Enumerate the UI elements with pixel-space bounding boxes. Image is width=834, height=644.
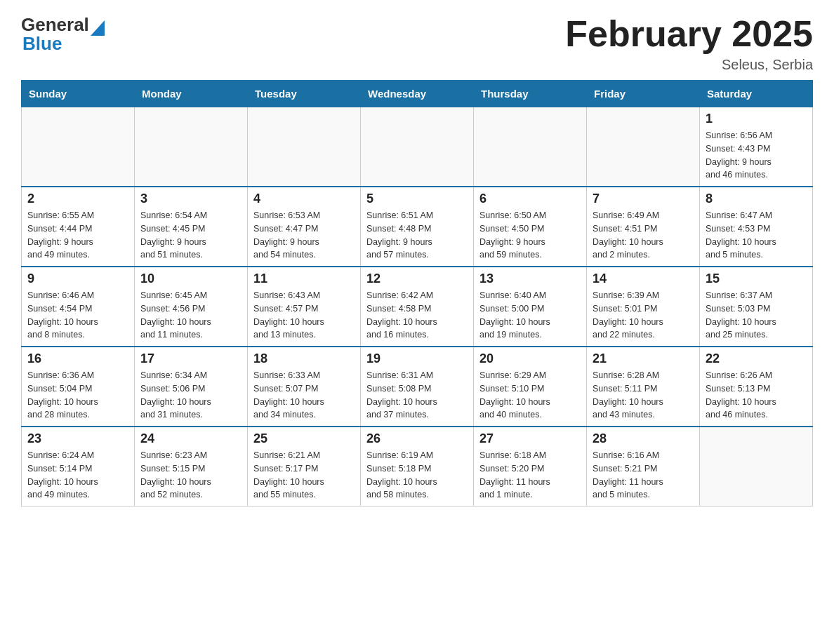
calendar-week-row: 1Sunrise: 6:56 AMSunset: 4:43 PMDaylight… [22, 107, 813, 187]
header-friday: Friday [587, 81, 700, 107]
day-number: 13 [479, 271, 581, 286]
calendar-title: February 2025 [565, 14, 813, 54]
day-info: Sunrise: 6:53 AMSunset: 4:47 PMDaylight:… [253, 209, 355, 262]
table-row: 25Sunrise: 6:21 AMSunset: 5:17 PMDayligh… [248, 427, 361, 507]
header-saturday: Saturday [700, 81, 813, 107]
day-number: 28 [593, 431, 694, 446]
day-info: Sunrise: 6:55 AMSunset: 4:44 PMDaylight:… [27, 209, 128, 262]
table-row [700, 427, 813, 507]
calendar-table: Sunday Monday Tuesday Wednesday Thursday… [21, 80, 813, 507]
table-row: 23Sunrise: 6:24 AMSunset: 5:14 PMDayligh… [22, 427, 135, 507]
header-sunday: Sunday [22, 81, 135, 107]
table-row: 19Sunrise: 6:31 AMSunset: 5:08 PMDayligh… [361, 347, 474, 427]
day-info: Sunrise: 6:51 AMSunset: 4:48 PMDaylight:… [366, 209, 468, 262]
day-info: Sunrise: 6:28 AMSunset: 5:11 PMDaylight:… [593, 369, 694, 422]
weekday-header-row: Sunday Monday Tuesday Wednesday Thursday… [22, 81, 813, 107]
svg-marker-0 [91, 20, 105, 36]
day-number: 19 [366, 351, 468, 366]
table-row: 9Sunrise: 6:46 AMSunset: 4:54 PMDaylight… [22, 267, 135, 347]
table-row: 1Sunrise: 6:56 AMSunset: 4:43 PMDaylight… [700, 107, 813, 187]
day-info: Sunrise: 6:31 AMSunset: 5:08 PMDaylight:… [366, 369, 468, 422]
table-row [587, 107, 700, 187]
table-row: 11Sunrise: 6:43 AMSunset: 4:57 PMDayligh… [248, 267, 361, 347]
day-info: Sunrise: 6:40 AMSunset: 5:00 PMDaylight:… [479, 289, 581, 342]
day-number: 4 [253, 192, 355, 206]
calendar-subtitle: Seleus, Serbia [565, 57, 813, 73]
day-number: 3 [140, 192, 241, 206]
title-block: February 2025 Seleus, Serbia [565, 14, 813, 73]
table-row: 8Sunrise: 6:47 AMSunset: 4:53 PMDaylight… [700, 187, 813, 267]
day-info: Sunrise: 6:49 AMSunset: 4:51 PMDaylight:… [593, 209, 694, 262]
day-number: 14 [593, 271, 694, 286]
header-monday: Monday [135, 81, 248, 107]
day-number: 23 [27, 431, 128, 446]
table-row: 10Sunrise: 6:45 AMSunset: 4:56 PMDayligh… [135, 267, 248, 347]
table-row [22, 107, 135, 187]
day-number: 8 [706, 192, 807, 206]
calendar-week-row: 16Sunrise: 6:36 AMSunset: 5:04 PMDayligh… [22, 347, 813, 427]
day-info: Sunrise: 6:47 AMSunset: 4:53 PMDaylight:… [706, 209, 807, 262]
day-info: Sunrise: 6:45 AMSunset: 4:56 PMDaylight:… [140, 289, 241, 342]
day-info: Sunrise: 6:39 AMSunset: 5:01 PMDaylight:… [593, 289, 694, 342]
day-number: 20 [479, 351, 581, 366]
table-row: 2Sunrise: 6:55 AMSunset: 4:44 PMDaylight… [22, 187, 135, 267]
day-info: Sunrise: 6:46 AMSunset: 4:54 PMDaylight:… [27, 289, 128, 342]
table-row: 27Sunrise: 6:18 AMSunset: 5:20 PMDayligh… [474, 427, 587, 507]
day-number: 16 [27, 351, 128, 366]
day-info: Sunrise: 6:18 AMSunset: 5:20 PMDaylight:… [479, 449, 581, 502]
day-info: Sunrise: 6:24 AMSunset: 5:14 PMDaylight:… [27, 449, 128, 502]
table-row [474, 107, 587, 187]
table-row: 26Sunrise: 6:19 AMSunset: 5:18 PMDayligh… [361, 427, 474, 507]
day-info: Sunrise: 6:33 AMSunset: 5:07 PMDaylight:… [253, 369, 355, 422]
table-row: 7Sunrise: 6:49 AMSunset: 4:51 PMDaylight… [587, 187, 700, 267]
table-row: 16Sunrise: 6:36 AMSunset: 5:04 PMDayligh… [22, 347, 135, 427]
day-info: Sunrise: 6:16 AMSunset: 5:21 PMDaylight:… [593, 449, 694, 502]
logo: General Blue [21, 14, 105, 55]
logo-triangle-icon [91, 20, 105, 36]
day-info: Sunrise: 6:21 AMSunset: 5:17 PMDaylight:… [253, 449, 355, 502]
day-info: Sunrise: 6:26 AMSunset: 5:13 PMDaylight:… [706, 369, 807, 422]
day-info: Sunrise: 6:56 AMSunset: 4:43 PMDaylight:… [706, 129, 807, 182]
day-number: 9 [27, 271, 128, 286]
table-row [361, 107, 474, 187]
day-number: 5 [366, 192, 468, 206]
day-number: 27 [479, 431, 581, 446]
day-number: 25 [253, 431, 355, 446]
day-number: 22 [706, 351, 807, 366]
table-row: 4Sunrise: 6:53 AMSunset: 4:47 PMDaylight… [248, 187, 361, 267]
calendar-week-row: 9Sunrise: 6:46 AMSunset: 4:54 PMDaylight… [22, 267, 813, 347]
day-info: Sunrise: 6:19 AMSunset: 5:18 PMDaylight:… [366, 449, 468, 502]
logo-blue-text: Blue [22, 33, 62, 55]
header-thursday: Thursday [474, 81, 587, 107]
day-number: 26 [366, 431, 468, 446]
header-wednesday: Wednesday [361, 81, 474, 107]
day-info: Sunrise: 6:29 AMSunset: 5:10 PMDaylight:… [479, 369, 581, 422]
calendar-week-row: 23Sunrise: 6:24 AMSunset: 5:14 PMDayligh… [22, 427, 813, 507]
table-row: 28Sunrise: 6:16 AMSunset: 5:21 PMDayligh… [587, 427, 700, 507]
table-row: 3Sunrise: 6:54 AMSunset: 4:45 PMDaylight… [135, 187, 248, 267]
day-info: Sunrise: 6:43 AMSunset: 4:57 PMDaylight:… [253, 289, 355, 342]
day-info: Sunrise: 6:23 AMSunset: 5:15 PMDaylight:… [140, 449, 241, 502]
day-number: 21 [593, 351, 694, 366]
day-number: 2 [27, 192, 128, 206]
table-row: 24Sunrise: 6:23 AMSunset: 5:15 PMDayligh… [135, 427, 248, 507]
day-number: 24 [140, 431, 241, 446]
day-info: Sunrise: 6:50 AMSunset: 4:50 PMDaylight:… [479, 209, 581, 262]
calendar-week-row: 2Sunrise: 6:55 AMSunset: 4:44 PMDaylight… [22, 187, 813, 267]
table-row: 14Sunrise: 6:39 AMSunset: 5:01 PMDayligh… [587, 267, 700, 347]
table-row [248, 107, 361, 187]
table-row: 6Sunrise: 6:50 AMSunset: 4:50 PMDaylight… [474, 187, 587, 267]
header-tuesday: Tuesday [248, 81, 361, 107]
table-row: 21Sunrise: 6:28 AMSunset: 5:11 PMDayligh… [587, 347, 700, 427]
table-row: 18Sunrise: 6:33 AMSunset: 5:07 PMDayligh… [248, 347, 361, 427]
day-number: 1 [706, 112, 807, 126]
day-info: Sunrise: 6:37 AMSunset: 5:03 PMDaylight:… [706, 289, 807, 342]
day-number: 10 [140, 271, 241, 286]
day-number: 12 [366, 271, 468, 286]
table-row: 5Sunrise: 6:51 AMSunset: 4:48 PMDaylight… [361, 187, 474, 267]
table-row: 22Sunrise: 6:26 AMSunset: 5:13 PMDayligh… [700, 347, 813, 427]
day-number: 11 [253, 271, 355, 286]
day-number: 6 [479, 192, 581, 206]
table-row: 20Sunrise: 6:29 AMSunset: 5:10 PMDayligh… [474, 347, 587, 427]
day-info: Sunrise: 6:34 AMSunset: 5:06 PMDaylight:… [140, 369, 241, 422]
